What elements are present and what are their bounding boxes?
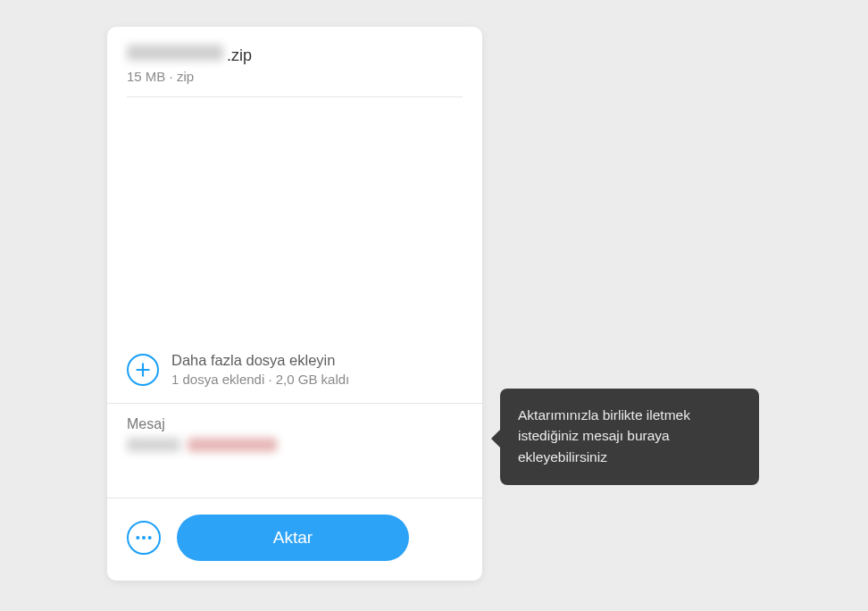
file-item[interactable]: .zip 15 MB · zip bbox=[127, 45, 463, 97]
transfer-button[interactable]: Aktar bbox=[177, 515, 409, 561]
message-blur-part bbox=[188, 438, 277, 452]
svg-point-3 bbox=[142, 536, 146, 540]
add-more-title: Daha fazla dosya ekleyin bbox=[171, 350, 349, 370]
svg-point-4 bbox=[148, 536, 152, 540]
add-more-text: Daha fazla dosya ekleyin 1 dosya eklendi… bbox=[171, 350, 349, 389]
file-name-blurred bbox=[127, 45, 223, 61]
file-name-row: .zip bbox=[127, 45, 463, 65]
transfer-card: .zip 15 MB · zip Daha fazla dosya ekleyi… bbox=[107, 27, 482, 581]
more-options-button[interactable] bbox=[127, 521, 161, 555]
file-extension: .zip bbox=[227, 46, 252, 65]
ellipsis-icon bbox=[135, 535, 153, 540]
message-blur-part bbox=[127, 438, 180, 452]
message-content-blurred bbox=[127, 438, 463, 452]
tooltip-text: Aktarımınızla birlikte iletmek istediğin… bbox=[518, 407, 690, 465]
svg-point-2 bbox=[136, 536, 139, 540]
file-meta: 15 MB · zip bbox=[127, 69, 463, 84]
file-size: 15 MB bbox=[127, 69, 165, 84]
card-footer: Aktar bbox=[107, 498, 482, 581]
meta-separator: · bbox=[170, 69, 177, 84]
plus-icon bbox=[127, 354, 159, 386]
message-section[interactable]: Mesaj bbox=[107, 404, 482, 498]
spacer bbox=[107, 110, 482, 350]
file-list: .zip 15 MB · zip bbox=[107, 27, 482, 110]
message-tooltip: Aktarımınızla birlikte iletmek istediğin… bbox=[500, 389, 759, 485]
add-more-subtitle: 1 dosya eklendi · 2,0 GB kaldı bbox=[171, 371, 349, 389]
message-label: Mesaj bbox=[127, 416, 463, 432]
file-type: zip bbox=[177, 69, 194, 84]
add-more-files[interactable]: Daha fazla dosya ekleyin 1 dosya eklendi… bbox=[107, 350, 482, 403]
